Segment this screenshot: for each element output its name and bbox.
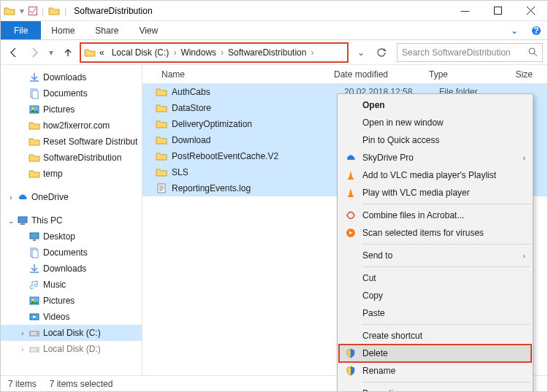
column-headers[interactable]: Name Date modified Type Size (142, 65, 547, 84)
chevron-right-icon[interactable]: › (310, 47, 314, 58)
tree-documents[interactable]: Documents (1, 85, 142, 101)
tree-folder[interactable]: Reset Software Distribut (1, 134, 142, 150)
search-input[interactable]: Search SoftwareDistribution (397, 43, 543, 62)
qat-checkbox-icon[interactable] (28, 7, 37, 15)
svg-point-19 (37, 333, 38, 334)
file-name: Download (172, 135, 344, 145)
chevron-right-icon: › (523, 252, 525, 260)
recent-dropdown[interactable]: ▾ (46, 44, 56, 61)
ctx-open[interactable]: Open (339, 96, 531, 114)
back-button[interactable] (5, 44, 23, 61)
pc-icon (17, 215, 28, 226)
shield-icon (345, 365, 357, 377)
col-name[interactable]: Name (156, 69, 328, 80)
ctx-paste[interactable]: Paste (339, 304, 531, 322)
col-type[interactable]: Type (423, 69, 489, 80)
ctx-cut[interactable]: Cut (339, 269, 531, 287)
tab-view[interactable]: View (129, 21, 168, 39)
ctx-copy[interactable]: Copy (339, 287, 531, 304)
nav-pane[interactable]: Downloads Documents Pictures how2fixerro… (1, 65, 142, 375)
vlc-icon (345, 187, 357, 199)
ctx-rename[interactable]: Rename (339, 362, 531, 380)
ctx-skydrive-pro[interactable]: SkyDrive Pro› (339, 149, 531, 166)
music-icon (28, 279, 40, 291)
separator (362, 266, 530, 267)
breadcrumb[interactable]: Windows (177, 47, 220, 58)
tree-folder[interactable]: temp (1, 166, 142, 182)
ctx-acrobat[interactable]: Combine files in Acrobat... (339, 207, 531, 224)
tree-documents[interactable]: Documents (1, 245, 142, 261)
tree-videos[interactable]: Videos (1, 309, 142, 325)
tree-music[interactable]: Music (1, 277, 142, 293)
ctx-vlc-add[interactable]: Add to VLC media player's Playlist (339, 166, 531, 184)
documents-icon (28, 247, 40, 258)
col-size[interactable]: Size (489, 69, 547, 80)
tree-folder[interactable]: SoftwareDistribution (1, 150, 142, 166)
expand-icon[interactable]: › (5, 193, 17, 201)
status-item-count: 7 items (8, 379, 37, 389)
tree-local-disk-d[interactable]: ›Local Disk (D:) (1, 341, 142, 357)
ctx-open-new-window[interactable]: Open in new window (339, 114, 531, 131)
collapse-icon[interactable]: ⌄ (5, 217, 17, 225)
ctx-avast-scan[interactable]: Scan selected items for viruses (339, 224, 531, 242)
svg-rect-14 (32, 250, 38, 258)
folder-icon (156, 118, 167, 130)
col-date[interactable]: Date modified (328, 69, 423, 80)
tree-pictures[interactable]: Pictures (1, 293, 142, 309)
tree-onedrive[interactable]: ›OneDrive (1, 189, 142, 205)
help-icon[interactable]: ? (525, 21, 547, 39)
ctx-delete[interactable]: Delete (339, 345, 531, 362)
ctx-vlc-play[interactable]: Play with VLC media player (339, 184, 531, 201)
breadcrumb[interactable]: SoftwareDistribution (224, 47, 310, 58)
tree-pictures[interactable]: Pictures (1, 101, 142, 118)
breadcrumb-prefix[interactable]: « (96, 47, 108, 58)
window-title: SoftwareDistribution (74, 6, 152, 16)
tab-share[interactable]: Share (85, 21, 129, 39)
tree-folder[interactable]: how2fixerror.com (1, 118, 142, 134)
tree-desktop[interactable]: Desktop (1, 228, 142, 245)
onedrive-icon (17, 191, 28, 203)
separator (362, 382, 530, 383)
tree-downloads[interactable]: Downloads (1, 69, 142, 85)
ctx-pin-quick-access[interactable]: Pin to Quick access (339, 131, 531, 149)
svg-rect-12 (33, 239, 36, 241)
folder-icon (84, 47, 96, 58)
ctx-create-shortcut[interactable]: Create shortcut (339, 327, 531, 345)
separator (362, 244, 530, 245)
search-icon[interactable] (528, 47, 538, 57)
acrobat-icon (345, 210, 357, 221)
refresh-button[interactable] (373, 45, 389, 61)
forward-button[interactable] (26, 44, 43, 61)
vlc-icon (345, 169, 357, 181)
close-button[interactable] (514, 1, 547, 21)
ribbon-expand-icon[interactable]: ⌄ (503, 21, 525, 39)
address-dropdown[interactable]: ⌄ (353, 45, 369, 61)
qat-dropdown[interactable]: ▾ (20, 6, 24, 16)
tree-downloads[interactable]: Downloads (1, 261, 142, 277)
ctx-send-to[interactable]: Send to› (339, 247, 531, 264)
tab-home[interactable]: Home (41, 21, 85, 39)
tree-thispc[interactable]: ⌄This PC (1, 212, 142, 228)
svg-rect-11 (30, 233, 39, 239)
folder-icon (156, 134, 167, 146)
file-name: PostRebootEventCache.V2 (172, 151, 344, 161)
svg-point-4 (529, 48, 535, 54)
expand-icon[interactable]: › (17, 329, 28, 337)
expand-icon[interactable]: › (17, 345, 28, 353)
up-button[interactable] (59, 44, 77, 61)
svg-rect-22 (158, 184, 165, 193)
qat-sep: | (42, 6, 44, 16)
folder-icon (156, 86, 167, 98)
folder-icon (28, 168, 40, 180)
breadcrumb[interactable]: Local Disk (C:) (108, 47, 173, 58)
tab-file[interactable]: File (1, 21, 41, 39)
tree-local-disk-c[interactable]: ›Local Disk (C:) (1, 325, 142, 341)
shield-icon (345, 347, 357, 359)
minimize-button[interactable]: — (449, 1, 482, 21)
ctx-properties[interactable]: Properties (339, 385, 531, 392)
maximize-button[interactable] (482, 1, 514, 21)
skydrive-icon (345, 152, 357, 164)
folder-icon (28, 120, 40, 131)
svg-rect-10 (20, 223, 25, 225)
address-bar[interactable]: « Local Disk (C:)› Windows› SoftwareDist… (80, 42, 349, 63)
